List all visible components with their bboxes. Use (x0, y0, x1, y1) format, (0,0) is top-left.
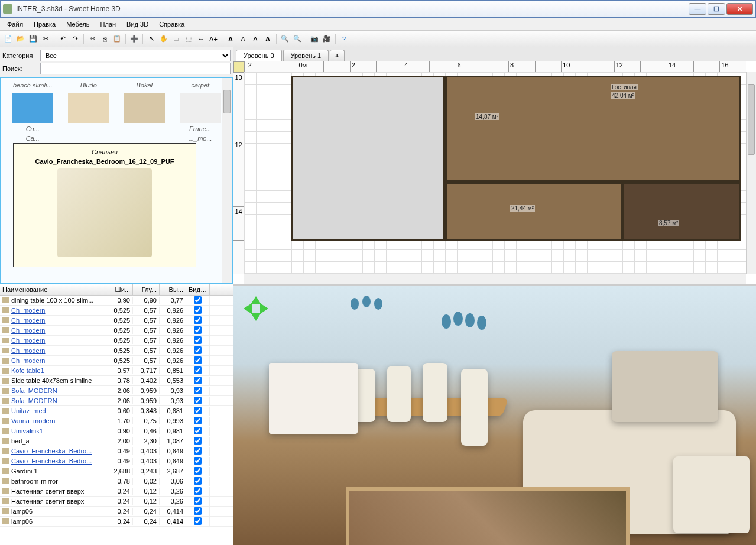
select-icon[interactable]: ↖ (145, 33, 157, 45)
category-select[interactable]: Все (40, 50, 231, 61)
menu-edit[interactable]: Правка (29, 20, 60, 29)
tab-add[interactable]: + (330, 50, 344, 61)
wall-icon[interactable]: ▭ (170, 33, 182, 45)
redo-icon[interactable]: ↷ (69, 33, 81, 45)
text-large-icon[interactable]: A (262, 33, 274, 45)
undo-icon[interactable]: ↶ (57, 33, 69, 45)
zoom-out-icon[interactable]: 🔍 (291, 33, 303, 45)
table-row[interactable]: Ch_modern0,5250,570,926 (0, 336, 233, 346)
table-row[interactable]: Настенная светит вверх0,240,120,26 (0, 486, 233, 497)
menu-help[interactable]: Справка (154, 20, 189, 29)
tab-level-0[interactable]: Уровень 0 (236, 50, 282, 61)
maximize-button[interactable]: ☐ (708, 3, 725, 15)
visibility-checkbox[interactable] (194, 517, 202, 525)
table-row[interactable]: lamp060,240,240,414 (0, 517, 233, 527)
table-row[interactable]: Gardini 12,6880,2432,687 (0, 466, 233, 476)
tab-level-1[interactable]: Уровень 1 (283, 50, 329, 61)
prefs-icon[interactable]: ✂ (40, 33, 51, 45)
help-icon[interactable]: ? (338, 33, 350, 45)
table-row[interactable]: Kofe table10,570,7170,851 (0, 366, 233, 376)
catalog-item[interactable]: Ca... (7, 91, 59, 132)
visibility-checkbox[interactable] (194, 417, 202, 424)
search-input[interactable] (40, 63, 231, 74)
visibility-checkbox[interactable] (194, 356, 202, 364)
video-icon[interactable]: 🎥 (321, 33, 333, 45)
table-row[interactable]: bathroom-mirror0,780,020,06 (0, 476, 233, 486)
nav-down-icon[interactable] (251, 313, 261, 326)
menu-plan[interactable]: План (96, 20, 121, 29)
nav-up-icon[interactable] (251, 291, 261, 304)
visibility-checkbox[interactable] (194, 316, 202, 324)
catalog-item[interactable] (63, 91, 115, 132)
plan-view[interactable]: -20м246810121416 101214 14,87 м² Гостина… (233, 61, 756, 286)
dimension-icon[interactable]: ↔ (195, 33, 207, 45)
visibility-checkbox[interactable] (194, 467, 202, 475)
visibility-checkbox[interactable] (194, 377, 202, 384)
menu-file[interactable]: Файл (2, 20, 28, 29)
ruler-corner-icon[interactable] (233, 61, 244, 72)
photo-icon[interactable]: 📷 (309, 33, 320, 45)
menu-3d[interactable]: Вид 3D (122, 20, 153, 29)
plan-scrollbar-v[interactable] (746, 72, 756, 274)
visibility-checkbox[interactable] (194, 397, 202, 404)
visibility-checkbox[interactable] (194, 437, 202, 445)
table-row[interactable]: dining table 100 x 100 slim...0,900,900,… (0, 296, 233, 306)
table-row[interactable]: Vanna_modern1,700,750,993 (0, 416, 233, 426)
minimize-button[interactable]: — (689, 3, 706, 15)
table-header[interactable]: Наименование Ши... Глу... Вы... Види... (0, 284, 233, 296)
table-row[interactable]: lamp060,240,240,414 (0, 507, 233, 517)
table-row[interactable]: Ch_modern0,5250,570,926 (0, 346, 233, 356)
text-icon[interactable]: A+ (207, 33, 219, 45)
visibility-checkbox[interactable] (194, 296, 202, 304)
zoom-in-icon[interactable]: 🔍 (279, 33, 291, 45)
furniture-catalog[interactable]: bench slimli... Bludo Bokal carpet Ca...… (0, 77, 233, 284)
table-row[interactable]: Ch_modern0,5250,570,926 (0, 326, 233, 336)
text-bold-icon[interactable]: A (225, 33, 236, 45)
close-button[interactable]: ✕ (726, 3, 753, 15)
new-icon[interactable]: 📄 (2, 33, 14, 45)
visibility-checkbox[interactable] (194, 326, 202, 334)
visibility-checkbox[interactable] (194, 477, 202, 485)
table-row[interactable]: Cavio_Francheska_Bedro...0,490,4030,649 (0, 446, 233, 456)
nav-compass[interactable] (238, 291, 274, 326)
text-small-icon[interactable]: A (249, 33, 261, 45)
table-row[interactable]: Cavio_Francheska_Bedro...0,490,4030,649 (0, 456, 233, 466)
room-icon[interactable]: ⬚ (183, 33, 194, 45)
catalog-item[interactable] (118, 91, 170, 132)
furniture-table[interactable]: Наименование Ши... Глу... Вы... Види... … (0, 284, 233, 545)
visibility-checkbox[interactable] (194, 336, 202, 344)
visibility-checkbox[interactable] (194, 387, 202, 394)
catalog-item[interactable]: Franc... (174, 91, 226, 132)
open-icon[interactable]: 📂 (15, 33, 27, 45)
table-row[interactable]: Side table 40x78cm slimline0,780,4020,55… (0, 376, 233, 386)
visibility-checkbox[interactable] (194, 507, 202, 515)
view-3d[interactable] (233, 286, 756, 545)
nav-left-icon[interactable] (238, 303, 252, 314)
text-italic-icon[interactable]: A (237, 33, 249, 45)
table-row[interactable]: Umivalnik10,900,460,981 (0, 426, 233, 436)
table-row[interactable]: Unitaz_med0,600,3430,681 (0, 406, 233, 416)
table-row[interactable]: Sofa_MODERN2,060,9590,93 (0, 396, 233, 406)
visibility-checkbox[interactable] (194, 447, 202, 455)
visibility-checkbox[interactable] (194, 487, 202, 495)
add-furniture-icon[interactable]: ➕ (128, 33, 140, 45)
visibility-checkbox[interactable] (194, 427, 202, 434)
menu-furniture[interactable]: Мебель (61, 20, 94, 29)
table-row[interactable]: Sofa_MODERN2,060,9590,93 (0, 386, 233, 396)
table-row[interactable]: Ch_modern0,5250,570,926 (0, 306, 233, 316)
pan-icon[interactable]: ✋ (158, 33, 170, 45)
visibility-checkbox[interactable] (194, 457, 202, 465)
cut-icon[interactable]: ✂ (86, 33, 98, 45)
visibility-checkbox[interactable] (194, 366, 202, 374)
table-row[interactable]: bed_a2,002,301,087 (0, 436, 233, 446)
visibility-checkbox[interactable] (194, 407, 202, 414)
table-row[interactable]: Ch_modern0,5250,570,926 (0, 316, 233, 326)
nav-right-icon[interactable] (260, 303, 274, 314)
copy-icon[interactable]: ⎘ (99, 33, 111, 45)
table-row[interactable]: Ch_modern0,5250,570,926 (0, 356, 233, 366)
table-row[interactable]: Настенная светит вверх0,240,120,26 (0, 497, 233, 507)
plan-scrollbar-h[interactable] (244, 274, 746, 284)
catalog-scrollbar[interactable] (222, 78, 232, 283)
save-icon[interactable]: 💾 (27, 33, 39, 45)
plan-canvas[interactable]: 14,87 м² Гостиная 42,04 м² 21,44 м² 8,57… (244, 72, 746, 274)
